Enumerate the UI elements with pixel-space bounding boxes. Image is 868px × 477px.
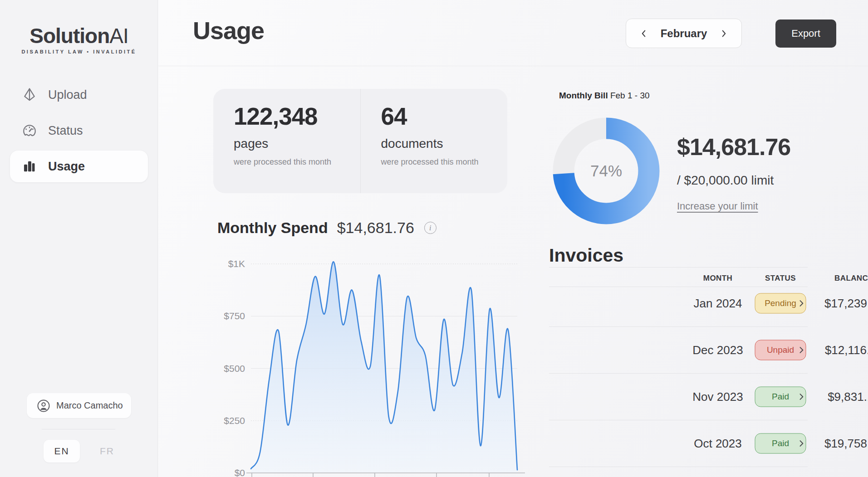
sidebar-item-label: Upload	[48, 88, 87, 102]
pages-caption: were processed this month	[234, 157, 360, 167]
svg-text:$0: $0	[235, 467, 245, 477]
bill-limit: / $20,000.00 limit	[677, 173, 774, 188]
month-label: February	[661, 27, 707, 40]
monthly-bill-label: Monthly Bill Feb 1 - 30	[559, 91, 650, 101]
month-selector: February	[626, 19, 742, 48]
pages-stat: 122,348 pages were processed this month	[213, 89, 360, 193]
pages-label: pages	[234, 136, 360, 151]
export-button[interactable]: Export	[775, 19, 836, 48]
gauge-icon	[22, 123, 37, 138]
language-toggle: EN FR	[0, 440, 158, 462]
bar-chart-icon	[22, 159, 37, 174]
invoice-month: Jan 2024	[694, 296, 742, 310]
main-area: Usage February Export 122,348 pages were…	[158, 0, 868, 477]
chevron-right-icon	[797, 391, 806, 402]
invoice-row[interactable]: Oct 2023 Paid $19,758.97	[549, 420, 808, 467]
usage-stats-card: 122,348 pages were processed this month …	[213, 89, 507, 193]
invoice-balance: $9,831.12	[828, 389, 868, 404]
chevron-right-icon	[797, 438, 806, 449]
invoice-balance: $12,116.20	[825, 343, 868, 357]
bill-donut-chart: 74%	[552, 117, 661, 225]
upload-icon	[22, 87, 37, 102]
user-name: Marco Camacho	[56, 400, 123, 411]
invoice-month: Dec 2023	[692, 343, 743, 357]
divider	[549, 467, 808, 467]
svg-text:$750: $750	[224, 311, 245, 321]
invoice-month: Nov 2023	[692, 389, 743, 404]
monthly-bill-range: Feb 1 - 30	[610, 91, 650, 100]
lang-en-button[interactable]: EN	[44, 440, 80, 462]
svg-text:$500: $500	[224, 363, 245, 374]
documents-caption: were processed this month	[381, 157, 508, 167]
brand-logo: SolutionAI DISABILITY LAW • INVALIDITÉ	[0, 24, 158, 54]
chevron-right-icon	[797, 345, 806, 355]
page-header: Usage February Export	[158, 0, 868, 66]
sidebar: SolutionAI DISABILITY LAW • INVALIDITÉ U…	[0, 0, 158, 477]
chevron-right-icon	[797, 298, 806, 309]
sidebar-item-label: Usage	[48, 160, 85, 174]
documents-stat: 64 documents were processed this month	[360, 89, 508, 193]
pages-value: 122,348	[234, 102, 360, 130]
documents-value: 64	[381, 102, 508, 130]
monthly-spend-title: Monthly Spend	[217, 219, 328, 237]
brand-name: SolutionAI	[0, 24, 158, 48]
info-icon[interactable]: i	[424, 222, 436, 234]
sidebar-item-label: Status	[48, 124, 83, 138]
next-month-button[interactable]	[717, 27, 731, 40]
sidebar-item-upload[interactable]: Upload	[10, 79, 148, 111]
monthly-bill-title: Monthly Bill	[559, 91, 608, 100]
divider	[549, 267, 808, 268]
invoice-balance: $19,758.97	[824, 436, 868, 450]
brand-tagline: DISABILITY LAW • INVALIDITÉ	[0, 49, 158, 54]
sidebar-item-status[interactable]: Status	[10, 115, 148, 146]
documents-label: documents	[381, 136, 508, 151]
bill-amount: $14,681.76	[677, 133, 790, 161]
sidebar-item-usage[interactable]: Usage	[10, 151, 148, 182]
svg-text:$1K: $1K	[228, 258, 245, 269]
invoice-month: Oct 2023	[694, 436, 742, 450]
invoice-row[interactable]: Nov 2023 Paid $9,831.12	[549, 373, 808, 420]
monthly-spend-amount: $14,681.76	[337, 219, 414, 237]
chevron-right-icon	[719, 29, 729, 39]
divider	[42, 429, 115, 429]
user-menu[interactable]: Marco Camacho	[27, 393, 131, 418]
monthly-spend-header: Monthly Spend $14,681.76 i	[217, 219, 436, 237]
svg-text:$250: $250	[224, 415, 245, 426]
invoices-title: Invoices	[549, 245, 623, 266]
spend-chart: $1K$750$500$250$0	[206, 256, 529, 477]
invoice-row[interactable]: Dec 2023 Unpaid $12,116.20	[549, 326, 808, 373]
sidebar-nav: Upload Status Usage	[0, 75, 158, 186]
increase-limit-link[interactable]: Increase your limit	[677, 200, 758, 212]
invoice-balance: $17,239.34	[824, 296, 868, 310]
column-header-balance: BALANCE	[809, 274, 868, 283]
page-title: Usage	[193, 16, 264, 44]
prev-month-button[interactable]	[637, 27, 651, 40]
chevron-left-icon	[639, 29, 649, 39]
user-avatar-icon	[37, 399, 50, 413]
lang-fr-button[interactable]: FR	[100, 446, 114, 457]
donut-percent-label: 74%	[552, 117, 661, 225]
invoice-row[interactable]: Jan 2024 Pending $17,239.34	[549, 280, 808, 326]
